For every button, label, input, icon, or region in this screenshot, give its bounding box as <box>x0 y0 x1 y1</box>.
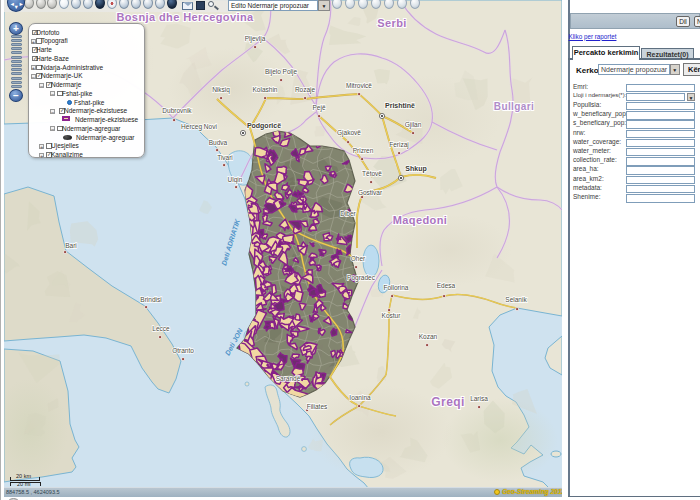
svg-text:Ioanina: Ioanina <box>349 394 371 401</box>
svg-text:Pejë: Pejë <box>312 104 325 112</box>
svg-text:Pljevlja: Pljevlja <box>245 35 266 43</box>
svg-text:Dubrovnik: Dubrovnik <box>162 107 192 114</box>
svg-text:Maqedoni: Maqedoni <box>393 214 448 226</box>
svg-text:Pogradec: Pogradec <box>347 274 376 282</box>
svg-text:Selanik: Selanik <box>505 296 527 303</box>
svg-text:Follorina: Follorina <box>384 284 409 291</box>
svg-text:Gostivar: Gostivar <box>358 189 383 196</box>
svg-text:Mitrovicë: Mitrovicë <box>346 82 372 89</box>
svg-text:Diber: Diber <box>340 210 356 217</box>
svg-text:Sarandë: Sarandë <box>276 375 301 382</box>
svg-text:Bosnja dhe Hercegovina: Bosnja dhe Hercegovina <box>116 11 254 23</box>
svg-text:Rozaje: Rozaje <box>295 86 316 94</box>
svg-text:Tivari: Tivari <box>217 154 233 161</box>
svg-text:Bullgari: Bullgari <box>494 101 534 112</box>
svg-text:Prishtinë: Prishtinë <box>385 102 415 109</box>
svg-text:Edesa: Edesa <box>437 282 456 289</box>
svg-text:Brindisi: Brindisi <box>140 296 161 303</box>
svg-text:Budva: Budva <box>209 139 228 146</box>
svg-text:Kozan: Kozan <box>419 333 438 340</box>
svg-text:Podgoricë: Podgoricë <box>247 122 281 130</box>
svg-text:Gjakovë: Gjakovë <box>337 129 361 137</box>
svg-text:Shkup: Shkup <box>405 165 426 173</box>
svg-text:Ulqin: Ulqin <box>228 176 243 184</box>
svg-text:Larisa: Larisa <box>470 395 488 402</box>
svg-text:Prizren: Prizren <box>353 147 374 154</box>
svg-text:Lecce: Lecce <box>152 325 170 332</box>
svg-text:Otranto: Otranto <box>172 347 194 354</box>
svg-text:Oher: Oher <box>351 255 366 262</box>
svg-text:Niksiq: Niksiq <box>212 86 230 94</box>
svg-text:Kolashin: Kolashin <box>253 86 278 93</box>
svg-text:Serbi: Serbi <box>377 17 407 29</box>
svg-text:Herceg Novi: Herceg Novi <box>181 123 217 131</box>
svg-text:Tëtovë: Tëtovë <box>362 170 382 177</box>
svg-text:Bijelo Polje: Bijelo Polje <box>265 68 298 76</box>
svg-text:Greqi: Greqi <box>431 395 464 409</box>
svg-text:Ferizaj: Ferizaj <box>389 141 409 149</box>
svg-text:Filiates: Filiates <box>307 403 328 410</box>
svg-text:Bari: Bari <box>65 242 77 249</box>
svg-text:Gjilan: Gjilan <box>405 121 422 129</box>
svg-text:Kostur: Kostur <box>382 312 402 319</box>
